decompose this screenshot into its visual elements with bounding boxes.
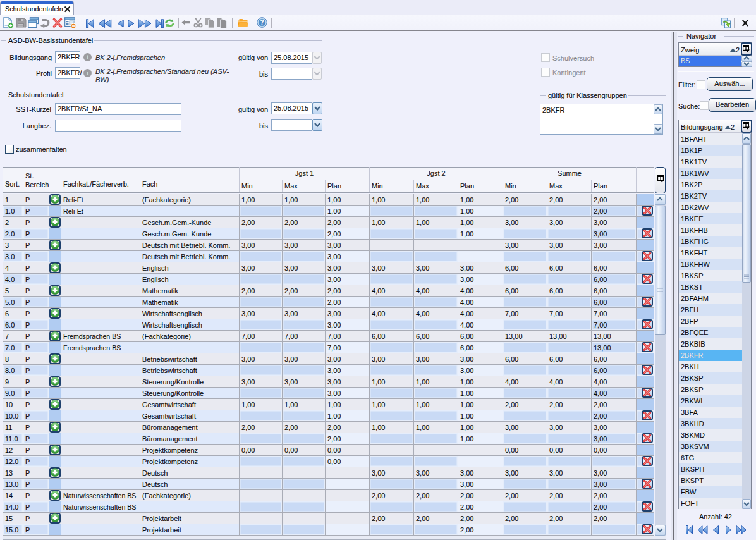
- svg-text:?: ?: [260, 19, 264, 26]
